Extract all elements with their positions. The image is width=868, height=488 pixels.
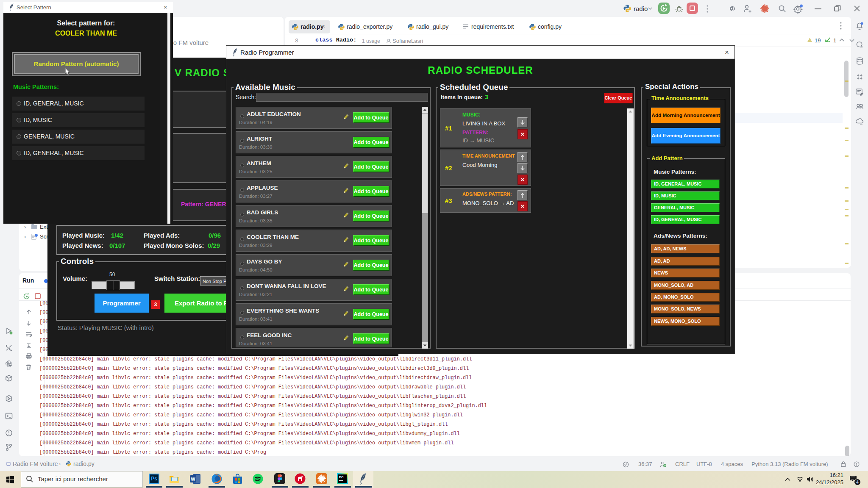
svg-text:W: W xyxy=(191,477,195,482)
svg-text:PC: PC xyxy=(339,475,344,479)
